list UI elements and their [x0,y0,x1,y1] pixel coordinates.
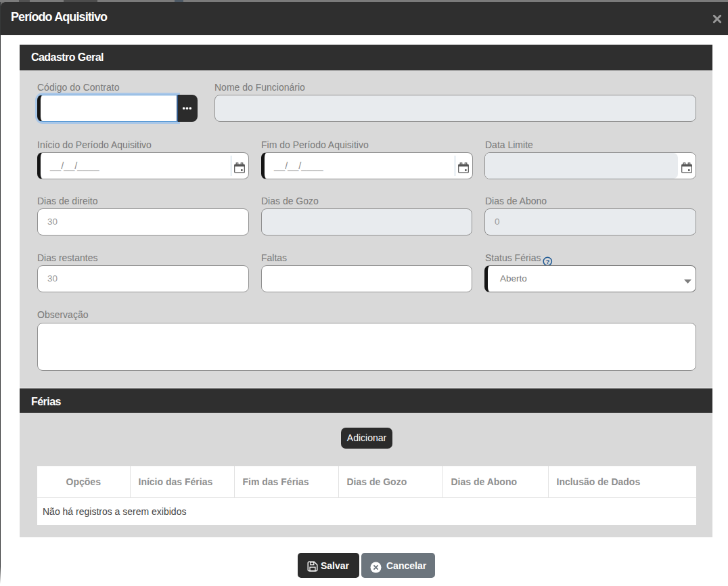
svg-text:?: ? [546,258,550,265]
